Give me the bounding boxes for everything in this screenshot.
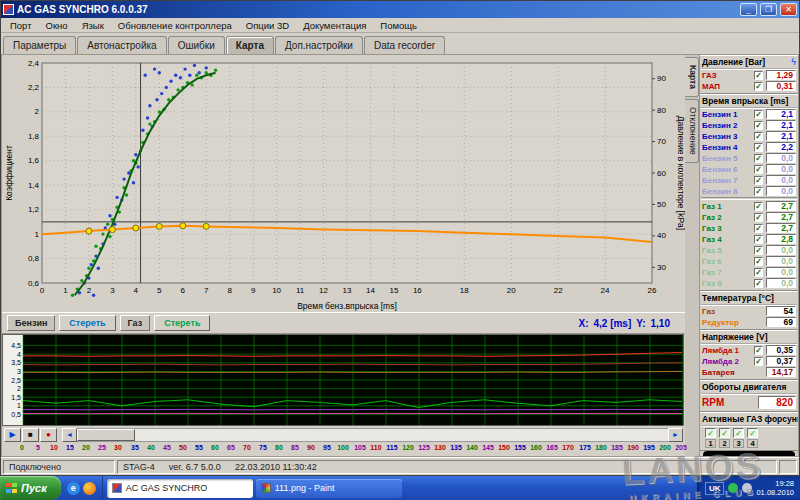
menu-item-5[interactable]: Документация xyxy=(296,19,373,32)
group-separator xyxy=(701,197,797,200)
panel-row-label: Бензин 3 xyxy=(702,132,754,141)
injection-map-chart[interactable]: 0,60,811,21,41,61,822,22,401234567891011… xyxy=(2,55,686,312)
language-indicator[interactable]: UK xyxy=(705,482,725,495)
maximize-button[interactable]: ❐ xyxy=(760,3,777,16)
tab-5[interactable]: Data recorder xyxy=(364,36,445,54)
scope-x-label: 105 xyxy=(352,444,368,451)
checkbox[interactable]: ✓ xyxy=(754,187,763,196)
tab-4[interactable]: Доп.настройки xyxy=(275,36,363,54)
panel-row-label: Газ 3 xyxy=(702,224,754,233)
tab-1[interactable]: Автонастройка xyxy=(77,36,166,54)
checkbox[interactable]: ✓ xyxy=(754,246,763,255)
checkbox[interactable]: ✓ xyxy=(754,213,763,222)
side-tab-1[interactable]: Отклонение xyxy=(685,99,699,163)
menu-item-6[interactable]: Помощь xyxy=(373,19,424,32)
status-bar: Подключено STAG-4 ver. 6.7 5.0.0 22.03.2… xyxy=(1,457,799,475)
checkbox[interactable]: ✓ xyxy=(754,279,763,288)
scope-x-label: 170 xyxy=(560,444,576,451)
petrol-label: Бензин xyxy=(7,315,55,331)
stop-button[interactable]: ■ xyxy=(22,428,39,442)
clear-gas-button[interactable]: Стереть xyxy=(154,315,210,331)
menu-item-1[interactable]: Окно xyxy=(39,19,75,32)
checkbox[interactable]: ✓ xyxy=(754,235,763,244)
panel-row-label: Редуктор xyxy=(702,318,763,327)
temperature-section: Температура [°C]Газ54Редуктор69 xyxy=(700,291,798,330)
play-button[interactable]: ▶ xyxy=(4,428,21,442)
checkbox[interactable]: ✓ xyxy=(754,257,763,266)
injector-number: 3 xyxy=(733,439,744,448)
tab-0[interactable]: Параметры xyxy=(3,36,76,54)
checkbox[interactable]: ✓ xyxy=(754,71,763,80)
injector-check-icon[interactable]: ✓ xyxy=(747,428,758,438)
close-button[interactable]: ✕ xyxy=(780,3,797,16)
taskbar: Пуск e AC GAS SYNCHRO111.png - Paint UK … xyxy=(0,476,800,500)
record-button[interactable]: ● xyxy=(40,428,57,442)
menu-item-4[interactable]: Опции 3D xyxy=(239,19,296,32)
scope-x-label: 95 xyxy=(319,444,335,451)
panel-row-label: Газ 4 xyxy=(702,235,754,244)
panel-row-value: 0,0 xyxy=(766,256,796,266)
tray-status-icon[interactable] xyxy=(728,483,738,493)
menu-item-0[interactable]: Порт xyxy=(3,19,39,32)
tab-2[interactable]: Ошибки xyxy=(168,36,225,54)
checkbox[interactable]: ✓ xyxy=(754,154,763,163)
minimize-button[interactable]: _ xyxy=(740,3,757,16)
title-bar[interactable]: AC GAS SYNCHRO 6.0.0.37 _ ❐ ✕ xyxy=(1,1,799,18)
scroll-right-button[interactable]: ► xyxy=(668,428,683,442)
tray-clock[interactable]: 19:28 01.08.2010 xyxy=(756,479,794,497)
rpm-section: Обороты двигателяRPM820 xyxy=(700,380,798,412)
injector-check-icon[interactable]: ✓ xyxy=(733,428,744,438)
injector-number: 4 xyxy=(747,439,758,448)
panel-section-title: Температура [°C] xyxy=(701,292,797,305)
firefox-icon[interactable] xyxy=(83,482,96,495)
svg-text:0: 0 xyxy=(40,286,45,295)
menu-item-3[interactable]: Обновление контроллера xyxy=(111,19,239,32)
panel-section-title: Обороты двигателя xyxy=(701,381,797,394)
tab-3[interactable]: Карта xyxy=(226,36,274,54)
scroll-left-button[interactable]: ◄ xyxy=(62,428,77,442)
side-tab-bar: КартаОтклонение xyxy=(685,54,699,457)
clear-petrol-button[interactable]: Стереть xyxy=(59,315,115,331)
taskbar-task-0[interactable]: AC GAS SYNCHRO xyxy=(107,479,253,498)
checkbox[interactable]: ✓ xyxy=(754,165,763,174)
scrollbar-thumb[interactable] xyxy=(77,429,135,441)
svg-text:40: 40 xyxy=(657,231,666,240)
injector-check-icon[interactable]: ✓ xyxy=(719,428,730,438)
checkbox[interactable]: ✓ xyxy=(754,268,763,277)
internet-explorer-icon[interactable]: e xyxy=(67,482,80,495)
quick-launch: e xyxy=(61,476,103,500)
side-tab-0[interactable]: Карта xyxy=(685,57,699,97)
panel-row-value: 2,7 xyxy=(766,201,796,211)
panel-row-value: 2,1 xyxy=(766,120,796,130)
recorder-scrollbar[interactable]: ◄ ► xyxy=(62,428,683,442)
checkbox[interactable]: ✓ xyxy=(754,357,763,366)
checkbox[interactable]: ✓ xyxy=(754,132,763,141)
scope-x-label: 120 xyxy=(400,444,416,451)
panel-row-label: RPM xyxy=(702,397,755,408)
tray-volume-icon[interactable] xyxy=(742,483,752,493)
active-injector-indicators: ✓1✓2✓3✓4 xyxy=(701,427,797,449)
panel-row: Газ 2✓2,7 xyxy=(701,212,797,222)
scope-x-label: 125 xyxy=(416,444,432,451)
panel-row: Газ54 xyxy=(701,306,797,316)
checkbox[interactable]: ✓ xyxy=(754,82,763,91)
injector-check-icon[interactable]: ✓ xyxy=(705,428,716,438)
scope-x-label: 30 xyxy=(110,444,126,451)
checkbox[interactable]: ✓ xyxy=(754,143,763,152)
start-button[interactable]: Пуск xyxy=(0,476,61,500)
record-icon: ● xyxy=(46,430,51,439)
menu-item-2[interactable]: Язык xyxy=(75,19,111,32)
scrollbar-track[interactable] xyxy=(77,428,668,442)
taskbar-task-1[interactable]: 111.png - Paint xyxy=(256,479,402,498)
checkbox[interactable]: ✓ xyxy=(754,110,763,119)
checkbox[interactable]: ✓ xyxy=(754,224,763,233)
checkbox[interactable]: ✓ xyxy=(754,176,763,185)
checkbox[interactable]: ✓ xyxy=(754,202,763,211)
panel-row-label: Бензин 1 xyxy=(702,110,754,119)
svg-text:6: 6 xyxy=(181,286,186,295)
checkbox[interactable]: ✓ xyxy=(754,346,763,355)
scope-x-axis: 0510152025303540455055606570758085909510… xyxy=(2,443,685,456)
svg-text:1,5: 1,5 xyxy=(11,394,21,401)
scope-x-label: 155 xyxy=(512,444,528,451)
checkbox[interactable]: ✓ xyxy=(754,121,763,130)
